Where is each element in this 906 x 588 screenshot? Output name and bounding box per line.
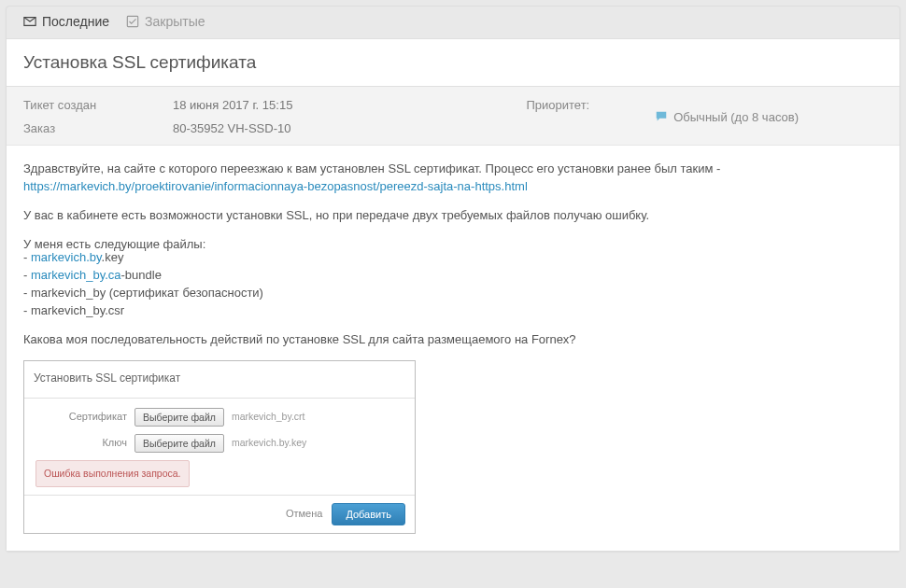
envelope-icon xyxy=(23,15,36,28)
file2-suffix: -bundle xyxy=(121,268,162,282)
add-button[interactable]: Добавить xyxy=(332,503,405,525)
tab-recent-label: Последние xyxy=(42,14,109,29)
ssl-dialog-screenshot: Установить SSL сертификат Сертификат Выб… xyxy=(23,360,416,535)
cancel-button[interactable]: Отмена xyxy=(286,507,322,522)
tab-closed-label: Закрытые xyxy=(145,14,205,29)
choose-cert-button[interactable]: Выберите файл xyxy=(134,408,224,427)
file-item-2: - markevich_by.ca-bundle xyxy=(23,267,883,285)
order-label: Заказ xyxy=(23,121,173,135)
priority-value-wrap: Обычный (до 8 часов) xyxy=(655,98,799,135)
priority-label: Приоритет: xyxy=(526,98,589,135)
msg-intro: Здравствуйте, на сайте с которого переез… xyxy=(23,161,883,196)
ssl-key-label: Ключ xyxy=(34,436,127,451)
ticket-body: Здравствуйте, на сайте с которого переез… xyxy=(7,145,899,551)
ticket-meta: Тикет создан 18 июня 2017 г. 15:15 Заказ… xyxy=(7,87,899,145)
file-item-4: - markevich_by.csr xyxy=(23,302,883,320)
file2-prefix: - xyxy=(23,268,31,282)
choose-key-button[interactable]: Выберите файл xyxy=(134,434,224,453)
tab-recent[interactable]: Последние xyxy=(23,14,109,29)
ticket-panel: Последние Закрытые Установка SSL сертифи… xyxy=(6,6,900,552)
ssl-cert-label: Сертификат xyxy=(34,410,127,425)
comment-icon xyxy=(655,110,668,123)
key-filename: markevich.by.key xyxy=(232,436,306,450)
ssl-dialog-title: Установить SSL сертификат xyxy=(24,361,415,399)
ticket-title: Установка SSL сертификата xyxy=(7,38,899,87)
msg-link[interactable]: https://markevich.by/proektirovanie/info… xyxy=(23,179,528,193)
ssl-error-message: Ошибка выполнения запроса. xyxy=(35,460,190,487)
file1-link[interactable]: markevich.by xyxy=(31,250,102,264)
cert-filename: markevich_by.crt xyxy=(232,410,305,424)
priority-value: Обычный (до 8 часов) xyxy=(673,110,799,124)
msg-intro-text: Здравствуйте, на сайте с которого переез… xyxy=(23,161,720,175)
file-item-3: - markevich_by (сертификат безопасности) xyxy=(23,285,883,302)
file-list: - markevich.by.key - markevich_by.ca-bun… xyxy=(23,249,883,319)
ssl-dialog-body: Сертификат Выберите файл markevich_by.cr… xyxy=(24,399,415,495)
meta-order-row: Заказ 80-35952 VH-SSD-10 xyxy=(23,121,292,135)
order-value: 80-35952 VH-SSD-10 xyxy=(173,121,290,135)
file2-link[interactable]: markevich_by.ca xyxy=(31,268,121,282)
tab-closed[interactable]: Закрытые xyxy=(126,14,205,29)
ssl-key-row: Ключ Выберите файл markevich.by.key xyxy=(34,434,405,453)
ssl-cert-row: Сертификат Выберите файл markevich_by.cr… xyxy=(34,408,405,427)
file1-suffix: .key xyxy=(102,250,124,264)
msg-line2: У вас в кабинете есть возможности устано… xyxy=(23,207,883,225)
ssl-dialog-footer: Отмена Добавить xyxy=(24,495,415,533)
check-square-icon xyxy=(126,15,139,28)
tabs-bar: Последние Закрытые xyxy=(7,7,899,38)
svg-rect-0 xyxy=(127,16,137,26)
file1-prefix: - xyxy=(23,250,31,264)
created-value: 18 июня 2017 г. 15:15 xyxy=(173,98,292,112)
meta-right: Приоритет: Обычный (до 8 часов) xyxy=(526,98,883,135)
msg-question: Какова моя последовательность действий п… xyxy=(23,331,883,349)
meta-created-row: Тикет создан 18 июня 2017 г. 15:15 xyxy=(23,98,292,112)
created-label: Тикет создан xyxy=(23,98,173,112)
meta-left: Тикет создан 18 июня 2017 г. 15:15 Заказ… xyxy=(23,98,292,135)
